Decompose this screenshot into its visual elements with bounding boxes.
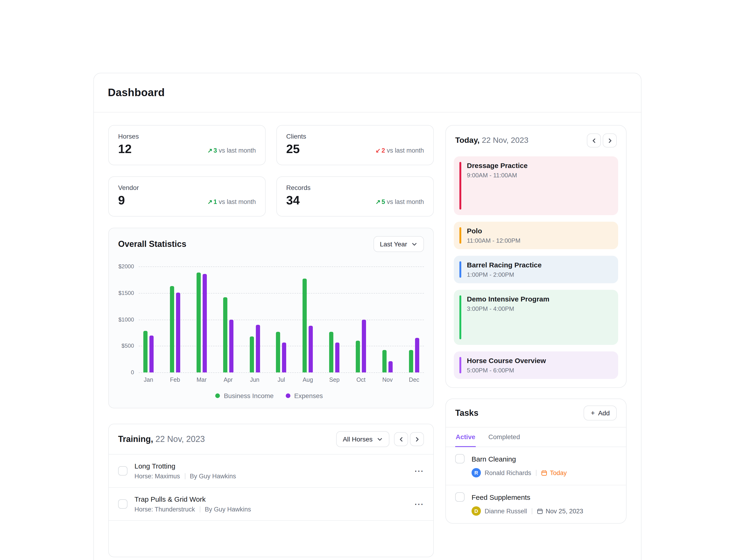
training-item-sub: Horse: MaximusBy Guy Hawkins bbox=[134, 473, 407, 480]
chart-y-axis: $2000$1500$1000$5000 bbox=[114, 266, 139, 372]
task-title: Feed Supplements bbox=[471, 493, 531, 501]
stat-card-clients: Clients 25 ↙2 vs last month bbox=[276, 125, 434, 165]
event-card[interactable]: Demo Intensive Program 3:00PM - 4:00PM bbox=[454, 290, 618, 345]
x-axis-label: Jul bbox=[276, 377, 286, 383]
training-item: Long Trotting Horse: MaximusBy Guy Hawki… bbox=[109, 455, 433, 488]
training-checkbox[interactable] bbox=[118, 499, 127, 509]
bar-business-income bbox=[356, 341, 360, 372]
bar-group-aug bbox=[303, 266, 313, 372]
legend-item: Expenses bbox=[286, 392, 323, 399]
bar-business-income bbox=[197, 272, 201, 372]
bar-group-nov bbox=[382, 266, 393, 372]
divider bbox=[200, 506, 200, 512]
event-card[interactable]: Polo 11:00AM - 12:00PM bbox=[454, 222, 618, 249]
left-column: Horses 12 ↗3 vs last month Clients 25 ↙2… bbox=[108, 125, 434, 557]
bar-expenses bbox=[229, 319, 233, 372]
bar-business-income bbox=[409, 350, 413, 372]
overall-statistics-panel: Overall Statistics Last Year $2000$1500$… bbox=[108, 228, 434, 408]
bar-expenses bbox=[282, 343, 286, 372]
bar-chart: $2000$1500$1000$5000 JanFebMarAprJunJulA… bbox=[109, 260, 433, 408]
chart-bar-groups bbox=[139, 266, 424, 372]
task-assignee: Dianne Russell bbox=[485, 507, 527, 514]
legend-dot-icon bbox=[215, 393, 220, 398]
event-accent-bar bbox=[459, 261, 461, 278]
x-axis-label: Jun bbox=[250, 377, 260, 383]
bar-group-mar bbox=[197, 266, 207, 372]
trend-down-icon: ↙ bbox=[376, 147, 381, 154]
event-card[interactable]: Horse Course Overview 5:00PM - 6:00PM bbox=[454, 351, 618, 379]
stat-value: 9 bbox=[118, 193, 125, 207]
task-item: Feed Supplements D Dianne Russell Nov 25… bbox=[446, 485, 626, 523]
stat-delta: ↗1 vs last month bbox=[208, 198, 256, 205]
calendar-icon bbox=[541, 470, 547, 476]
more-options-icon[interactable]: ⋯ bbox=[414, 469, 424, 473]
x-axis-label: Jan bbox=[143, 377, 154, 383]
chevron-right-icon bbox=[607, 137, 613, 143]
tab-completed[interactable]: Completed bbox=[488, 427, 520, 447]
x-axis-label: Nov bbox=[382, 377, 393, 383]
x-axis-label: Dec bbox=[409, 377, 419, 383]
chevron-right-icon bbox=[414, 436, 420, 442]
tasks-title: Tasks bbox=[455, 408, 478, 418]
avatar: D bbox=[471, 506, 481, 516]
stat-label: Horses bbox=[118, 133, 256, 140]
legend-label: Expenses bbox=[294, 392, 323, 399]
bar-business-income bbox=[170, 286, 174, 372]
event-time: 3:00PM - 4:00PM bbox=[467, 306, 611, 312]
add-task-button[interactable]: + Add bbox=[584, 405, 617, 421]
stat-card-horses: Horses 12 ↗3 vs last month bbox=[108, 125, 266, 165]
dashboard-content: Horses 12 ↗3 vs last month Clients 25 ↙2… bbox=[94, 112, 641, 557]
x-axis-label: Apr bbox=[223, 377, 233, 383]
stat-delta: ↙2 vs last month bbox=[376, 147, 424, 154]
range-selector[interactable]: Last Year bbox=[373, 236, 424, 252]
chart-legend: Business IncomeExpenses bbox=[114, 392, 424, 399]
training-item-title: Long Trotting bbox=[134, 462, 407, 470]
event-title: Dressage Practice bbox=[467, 161, 611, 169]
task-title: Barn Cleaning bbox=[471, 455, 516, 463]
event-time: 5:00PM - 6:00PM bbox=[467, 367, 611, 374]
event-title: Horse Course Overview bbox=[467, 356, 611, 365]
training-item: Trap Pulls & Grid Work Horse: Thunderstr… bbox=[109, 488, 433, 521]
y-axis-tick: $500 bbox=[122, 343, 134, 349]
bar-group-dec bbox=[409, 266, 419, 372]
training-prev-button[interactable] bbox=[394, 432, 408, 446]
bar-expenses bbox=[149, 335, 154, 372]
statistics-title: Overall Statistics bbox=[118, 239, 186, 249]
bar-group-jun bbox=[250, 266, 260, 372]
range-selector-value: Last Year bbox=[380, 240, 407, 248]
legend-item: Business Income bbox=[215, 392, 274, 399]
event-time: 9:00AM - 11:00AM bbox=[467, 172, 611, 179]
schedule-next-button[interactable] bbox=[603, 133, 617, 148]
bar-expenses bbox=[415, 338, 419, 372]
chevron-down-icon bbox=[411, 241, 417, 247]
event-card[interactable]: Dressage Practice 9:00AM - 11:00AM bbox=[454, 156, 618, 215]
training-item-title: Trap Pulls & Grid Work bbox=[134, 495, 407, 503]
event-accent-bar bbox=[459, 162, 461, 210]
training-checkbox[interactable] bbox=[118, 466, 127, 476]
bar-expenses bbox=[309, 326, 313, 372]
event-card[interactable]: Barrel Racing Practice 1:00PM - 2:00PM bbox=[454, 256, 618, 283]
trend-up-icon: ↗ bbox=[208, 147, 213, 154]
chevron-down-icon bbox=[377, 436, 383, 442]
schedule-prev-button[interactable] bbox=[587, 133, 601, 148]
task-item: Barn Cleaning R Ronald Richards Today bbox=[446, 447, 626, 485]
divider bbox=[185, 473, 185, 479]
tab-active[interactable]: Active bbox=[455, 427, 476, 447]
chevron-left-icon bbox=[591, 137, 597, 143]
task-assignee: Ronald Richards bbox=[485, 469, 531, 476]
more-options-icon[interactable]: ⋯ bbox=[414, 502, 424, 506]
trend-up-icon: ↗ bbox=[208, 198, 213, 205]
bar-expenses bbox=[388, 361, 393, 372]
training-next-button[interactable] bbox=[410, 432, 424, 446]
horses-filter[interactable]: All Horses bbox=[336, 431, 389, 447]
x-axis-label: Aug bbox=[303, 377, 313, 383]
calendar-icon bbox=[537, 508, 543, 514]
stat-label: Records bbox=[286, 184, 424, 191]
bar-expenses bbox=[203, 274, 207, 372]
stat-card-vendor: Vendor 9 ↗1 vs last month bbox=[108, 177, 266, 216]
chart-plot bbox=[139, 266, 424, 372]
avatar: R bbox=[471, 468, 481, 477]
task-due: Today bbox=[541, 469, 567, 476]
task-checkbox[interactable] bbox=[455, 492, 465, 502]
task-checkbox[interactable] bbox=[455, 454, 465, 463]
